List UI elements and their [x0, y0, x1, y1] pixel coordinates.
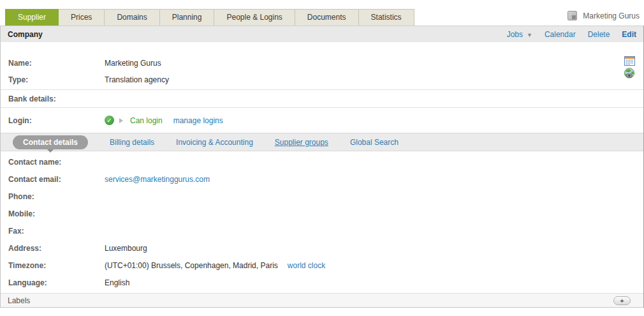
- fax-label: Fax:: [1, 227, 105, 236]
- detail-subtabs: Contact details Billing details Invoicin…: [1, 133, 643, 151]
- note-icon: [567, 11, 577, 20]
- subtab-supplier-groups[interactable]: Supplier groups: [275, 138, 328, 147]
- entity-name: Marketing Gurus: [583, 11, 640, 20]
- tab-documents[interactable]: Documents: [295, 9, 359, 26]
- tab-statistics[interactable]: Statistics: [358, 9, 414, 26]
- supplier-page: Supplier Prices Domains Planning People …: [0, 0, 644, 316]
- subtab-global-search[interactable]: Global Search: [350, 138, 399, 147]
- jobs-dropdown-label: Jobs: [507, 30, 523, 39]
- tab-domains[interactable]: Domains: [104, 9, 159, 26]
- labels-title: Labels: [8, 296, 30, 305]
- labels-bar: Labels +: [1, 293, 643, 308]
- contact-email-link[interactable]: services@marketinggurus.com: [105, 175, 210, 184]
- name-label: Name:: [1, 59, 105, 68]
- chevron-down-icon: ▼: [527, 32, 532, 38]
- address-label: Address:: [1, 244, 105, 253]
- calendar-widget-icon[interactable]: [624, 56, 635, 66]
- supplier-panel: Company Jobs▼ Calendar Delete Edit Name:…: [0, 26, 644, 308]
- company-actions: Jobs▼ Calendar Delete Edit: [507, 30, 636, 39]
- row-contact-name: Contact name:: [1, 153, 643, 170]
- phone-label: Phone:: [1, 192, 105, 201]
- tab-people-logins[interactable]: People & Logins: [214, 9, 295, 26]
- login-status: Can login: [130, 116, 163, 125]
- world-clock-link[interactable]: world clock: [288, 261, 325, 270]
- field-row-login: Login: ✓ Can login manage logins: [1, 107, 643, 133]
- tab-supplier[interactable]: Supplier: [5, 9, 59, 26]
- contact-email-label: Contact email:: [1, 175, 105, 184]
- row-language: Language: English: [1, 274, 643, 291]
- jobs-dropdown[interactable]: Jobs▼: [507, 30, 532, 39]
- type-value: Translation agency: [105, 75, 169, 84]
- address-value: Luxembourg: [105, 244, 147, 253]
- section-title: Company: [8, 30, 43, 39]
- row-timezone: Timezone: (UTC+01:00) Brussels, Copenhag…: [1, 257, 643, 274]
- subtab-billing-details[interactable]: Billing details: [110, 138, 154, 147]
- add-label-button[interactable]: +: [613, 296, 631, 305]
- row-mobile: Mobile:: [1, 205, 643, 222]
- contact-name-label: Contact name:: [1, 158, 105, 167]
- field-row-name: Name: Marketing Gurus: [1, 55, 643, 71]
- globe-webcam-icon[interactable]: [624, 68, 635, 79]
- row-phone: Phone:: [1, 188, 643, 205]
- field-row-bank-details: Bank details:: [1, 89, 643, 107]
- edit-link[interactable]: Edit: [622, 30, 636, 39]
- check-circle-icon: ✓: [105, 116, 114, 125]
- company-header: Company Jobs▼ Calendar Delete Edit: [1, 26, 643, 42]
- field-row-type: Type: Translation agency: [1, 71, 643, 88]
- row-address: Address: Luxembourg: [1, 239, 643, 257]
- expand-arrow-icon[interactable]: [119, 118, 123, 123]
- timezone-value: (UTC+01:00) Brussels, Copenhagen, Madrid…: [105, 261, 278, 270]
- record-action-icons: [624, 56, 635, 79]
- subtab-invoicing-accounting[interactable]: Invoicing & Accounting: [176, 138, 253, 147]
- login-label: Login:: [1, 116, 105, 125]
- bank-details-label: Bank details:: [1, 94, 105, 103]
- entity-reference: Marketing Gurus: [567, 11, 640, 20]
- subtab-contact-details[interactable]: Contact details: [13, 135, 88, 149]
- delete-link[interactable]: Delete: [588, 30, 610, 39]
- row-fax: Fax:: [1, 222, 643, 239]
- mobile-label: Mobile:: [1, 209, 105, 218]
- language-label: Language:: [1, 278, 105, 287]
- manage-logins-link[interactable]: manage logins: [173, 116, 223, 125]
- tab-prices[interactable]: Prices: [58, 9, 105, 26]
- calendar-link[interactable]: Calendar: [545, 30, 576, 39]
- main-tab-bar: Supplier Prices Domains Planning People …: [5, 9, 414, 26]
- contact-details-section: Contact name: Contact email: services@ma…: [1, 153, 643, 291]
- timezone-label: Timezone:: [1, 261, 105, 270]
- row-contact-email: Contact email: services@marketinggurus.c…: [1, 170, 643, 188]
- language-value: English: [105, 278, 129, 287]
- tab-planning[interactable]: Planning: [159, 9, 215, 26]
- name-value: Marketing Gurus: [105, 59, 161, 68]
- type-label: Type:: [1, 75, 105, 84]
